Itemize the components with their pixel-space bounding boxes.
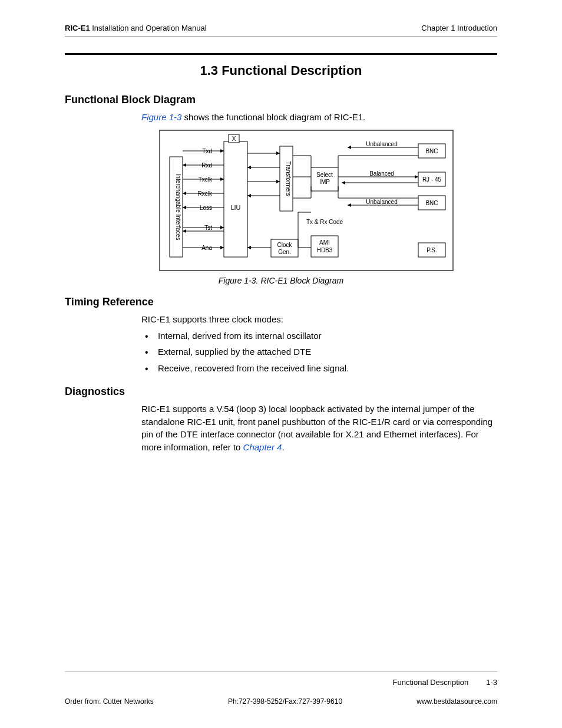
timing-item-2: External, supplied by the attached DTE — [141, 345, 497, 358]
fbd-intro: Figure 1-3 shows the functional block di… — [141, 111, 497, 124]
section-rule — [65, 53, 497, 55]
diagram-clock-l1: Clock — [277, 242, 292, 248]
diagram-select-l1: Select — [316, 172, 333, 178]
timing-intro: RIC-E1 supports three clock modes: — [141, 313, 497, 326]
diagram-x-label: X — [232, 136, 236, 142]
heading-diagnostics: Diagnostics — [65, 386, 497, 398]
diagram-unbalanced-1: Unbalanced — [366, 141, 397, 147]
diagram-txrx-label: Tx & Rx Code — [306, 219, 343, 225]
footer-phone: Ph:727-398-5252/Fax:727-397-9610 — [228, 697, 342, 706]
timing-item-3: Receive, recovered from the received lin… — [141, 362, 497, 375]
heading-functional-block-diagram: Functional Block Diagram — [65, 94, 497, 106]
svg-rect-10 — [224, 141, 247, 257]
chapter-reference-link[interactable]: Chapter 4 — [243, 442, 282, 452]
page-header: RIC-E1 Installation and Operation Manual… — [65, 24, 497, 36]
page-footer: Functional Description 1-3 Order from: C… — [65, 671, 497, 706]
figure-reference-link[interactable]: Figure 1-3 — [141, 112, 181, 122]
diagram-clock-l2: Gen. — [278, 249, 291, 255]
diagram-bnc-1: BNC — [425, 148, 438, 154]
diagnostics-text-after: . — [282, 442, 284, 452]
diagram-interfaces-label: Interchangable Interfaces — [175, 173, 181, 240]
header-rule — [65, 36, 497, 37]
diagram-balanced: Balanced — [369, 170, 394, 177]
manual-title: RIC-E1 Installation and Operation Manual — [65, 24, 207, 32]
diagram-bnc-2: BNC — [425, 200, 438, 206]
block-diagram-svg: Interchangable Interfaces Txd Rxd Txclk … — [159, 130, 454, 271]
diagram-ami-label: AMI — [319, 239, 330, 246]
figure-1-3: Interchangable Interfaces Txd Rxd Txclk … — [159, 130, 497, 271]
footer-order: Order from: Cutter Networks — [65, 697, 154, 706]
diagram-ps: P.S. — [427, 247, 437, 253]
timing-item-1: Internal, derived from its internal osci… — [141, 330, 497, 342]
footer-web: www.bestdatasource.com — [416, 697, 497, 706]
manual-title-bold: RIC-E1 — [65, 24, 90, 32]
diagram-select-l2: IMP — [319, 179, 330, 185]
diagnostics-text-before: RIC-E1 supports a V.54 (loop 3) local lo… — [141, 404, 492, 452]
chapter-label: Chapter 1 Introduction — [421, 24, 497, 32]
footer-section-name: Functional Description — [393, 678, 469, 687]
heading-timing-reference: Timing Reference — [65, 296, 497, 308]
footer-rule — [65, 671, 497, 672]
manual-title-rest: Installation and Operation Manual — [90, 24, 207, 32]
figure-caption: Figure 1-3. RIC-E1 Block Diagram — [65, 276, 497, 285]
timing-list: Internal, derived from its internal osci… — [141, 330, 497, 375]
diagram-transformers-label: Transformers — [285, 161, 292, 196]
diagram-unbalanced-2: Unbalanced — [366, 199, 397, 205]
section-title: 1.3 Functional Description — [65, 63, 497, 78]
footer-page-number: 1-3 — [486, 678, 497, 687]
fbd-intro-text: shows the functional block diagram of RI… — [181, 112, 365, 122]
diagram-rj45: RJ - 45 — [422, 176, 442, 183]
diagram-liu-label: LIU — [230, 204, 240, 211]
diagnostics-body: RIC-E1 supports a V.54 (loop 3) local lo… — [141, 403, 497, 454]
diagram-hdb3-label: HDB3 — [317, 247, 333, 253]
